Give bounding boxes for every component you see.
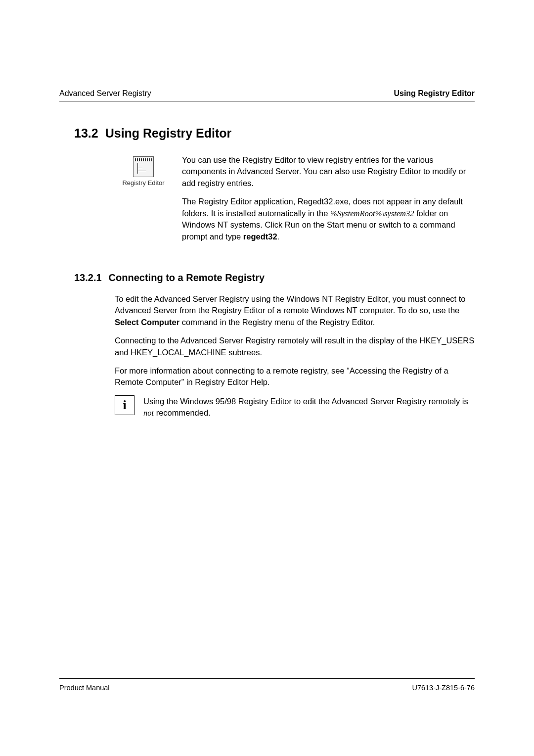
header-left: Advanced Server Registry xyxy=(59,89,151,98)
intro-text: You can use the Registry Editor to view … xyxy=(182,154,475,242)
registry-editor-icon-block: Registry Editor xyxy=(114,154,173,187)
intro-paragraph-1: You can use the Registry Editor to view … xyxy=(182,154,475,189)
running-header: Advanced Server Registry Using Registry … xyxy=(59,89,475,98)
section-title: Using Registry Editor xyxy=(105,126,232,141)
info-emphasis: not xyxy=(143,408,154,418)
info-symbol: i xyxy=(123,398,126,413)
subsection-title: Connecting to a Remote Registry xyxy=(109,272,265,284)
body-paragraph-2: Connecting to the Advanced Server Regist… xyxy=(115,335,475,358)
info-text-a: Using the Windows 95/98 Registry Editor … xyxy=(143,397,468,406)
select-computer-command: Select Computer xyxy=(115,318,179,327)
info-note: i Using the Windows 95/98 Registry Edito… xyxy=(115,395,475,419)
icon-caption: Registry Editor xyxy=(114,179,173,187)
registry-editor-icon xyxy=(133,156,154,177)
intro-p2-c: . xyxy=(277,232,280,241)
body-p1-b: command in the Registry menu of the Regi… xyxy=(179,318,375,327)
footer-row: Product Manual U7613-J-Z815-6-76 xyxy=(59,684,475,692)
section-heading: 13.2 Using Registry Editor xyxy=(74,126,475,141)
page-content: Advanced Server Registry Using Registry … xyxy=(0,0,534,419)
footer-rule xyxy=(59,678,475,679)
footer-right: U7613-J-Z815-6-76 xyxy=(412,684,475,692)
body-paragraph-3: For more information about connecting to… xyxy=(115,365,475,388)
body-paragraph-1: To edit the Advanced Server Registry usi… xyxy=(115,293,475,328)
header-right: Using Registry Editor xyxy=(394,89,475,98)
command-name: regedt32 xyxy=(243,232,277,241)
body-p1-a: To edit the Advanced Server Registry usi… xyxy=(115,294,466,315)
subsection-number: 13.2.1 xyxy=(74,272,102,284)
system-path: %SystemRoot%\system32 xyxy=(330,209,414,218)
subsection-heading: 13.2.1 Connecting to a Remote Registry xyxy=(74,272,475,284)
body-text: To edit the Advanced Server Registry usi… xyxy=(115,293,475,388)
section-number: 13.2 xyxy=(74,126,98,141)
header-rule xyxy=(59,101,475,101)
intro-paragraph-2: The Registry Editor application, Regedt3… xyxy=(182,196,475,242)
info-icon: i xyxy=(115,395,134,415)
info-text-b: recommended. xyxy=(154,408,211,417)
info-text: Using the Windows 95/98 Registry Editor … xyxy=(143,395,475,419)
page-footer: Product Manual U7613-J-Z815-6-76 xyxy=(59,678,475,692)
footer-left: Product Manual xyxy=(59,684,110,692)
